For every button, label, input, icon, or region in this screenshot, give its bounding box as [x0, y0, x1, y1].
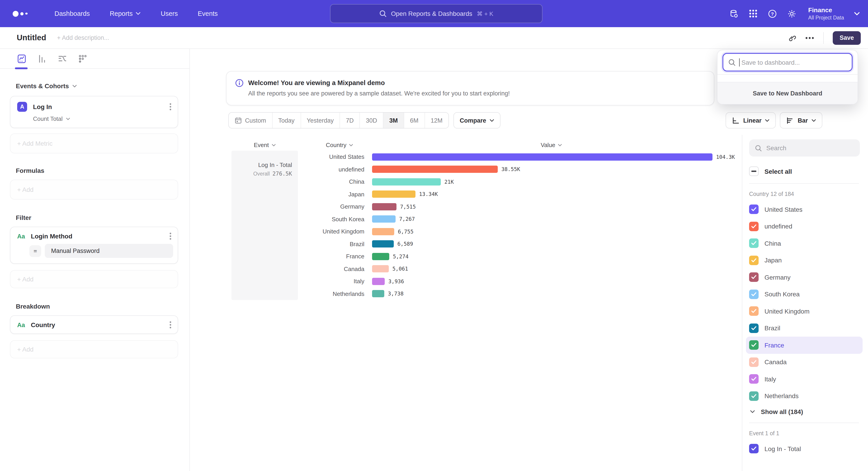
nav-item-reports[interactable]: Reports: [110, 10, 141, 17]
tab-funnels-icon[interactable]: [37, 54, 47, 64]
country-checkbox[interactable]: [749, 357, 758, 367]
range-3m[interactable]: 3M: [383, 113, 404, 128]
bar[interactable]: [372, 278, 385, 285]
apps-grid-icon[interactable]: [748, 9, 757, 18]
country-checkbox[interactable]: [749, 324, 758, 333]
country-checkbox[interactable]: [749, 205, 758, 214]
range-30d[interactable]: 30D: [360, 113, 383, 128]
country-checkbox[interactable]: [749, 222, 758, 231]
select-all-row[interactable]: Select all: [749, 167, 868, 176]
country-row-france[interactable]: France: [746, 336, 863, 354]
country-checkbox[interactable]: [749, 306, 758, 316]
country-row-germany[interactable]: Germany: [746, 269, 863, 286]
bar-category-label: France: [298, 253, 364, 260]
copy-link-icon[interactable]: [788, 34, 796, 42]
scale-selector[interactable]: Linear: [725, 112, 776, 128]
bar[interactable]: [372, 166, 498, 173]
country-row-undefined[interactable]: undefined: [746, 218, 863, 235]
settings-gear-icon[interactable]: [787, 9, 796, 18]
tab-flows-icon[interactable]: [57, 54, 67, 64]
report-title[interactable]: Untitled: [17, 33, 46, 42]
add-metric-button[interactable]: + Add Metric: [10, 134, 178, 153]
add-breakdown-button[interactable]: + Add: [10, 340, 178, 358]
data-management-icon[interactable]: [729, 9, 739, 18]
help-icon[interactable]: ?: [767, 9, 777, 18]
event-series-checkbox[interactable]: [749, 444, 758, 453]
save-to-new-dashboard-button[interactable]: Save to New Dashboard: [717, 82, 858, 104]
add-description[interactable]: + Add description...: [57, 34, 109, 41]
country-row-canada[interactable]: Canada: [746, 354, 863, 371]
series-search[interactable]: [749, 139, 860, 156]
bar[interactable]: [372, 228, 394, 235]
range-12m[interactable]: 12M: [424, 113, 448, 128]
country-row-south-korea[interactable]: South Korea: [746, 286, 863, 303]
column-header-event[interactable]: Event: [231, 142, 298, 148]
event-series-row[interactable]: Log In - Total: [746, 440, 863, 457]
bar[interactable]: [372, 265, 389, 273]
country-checkbox[interactable]: [749, 239, 758, 248]
select-all-checkbox[interactable]: [749, 167, 758, 176]
country-checkbox[interactable]: [749, 341, 758, 350]
project-selector[interactable]: Finance All Project Data: [808, 6, 844, 21]
country-row-italy[interactable]: Italy: [746, 371, 863, 387]
filter-value[interactable]: Manual Password: [45, 244, 173, 258]
bar[interactable]: [372, 153, 712, 160]
series-search-input[interactable]: [766, 144, 848, 152]
filter-card[interactable]: Aa Login Method = Manual Password: [10, 227, 178, 264]
country-checkbox[interactable]: [749, 374, 758, 384]
bar[interactable]: [372, 240, 394, 248]
show-all-button[interactable]: Show all (184): [750, 408, 868, 415]
country-row-united-states[interactable]: United States: [746, 201, 863, 218]
nav-item-users[interactable]: Users: [161, 10, 178, 17]
range-custom[interactable]: Custom: [229, 113, 272, 128]
metric-card[interactable]: A Log In Count Total: [10, 96, 178, 128]
bar-category-label: Japan: [298, 191, 364, 198]
bar[interactable]: [372, 178, 441, 185]
bar[interactable]: [372, 215, 396, 223]
bar[interactable]: [372, 290, 384, 297]
tab-retention-icon[interactable]: [78, 54, 88, 64]
save-button[interactable]: Save: [833, 31, 861, 45]
range-7d[interactable]: 7D: [340, 113, 360, 128]
mixpanel-logo[interactable]: [13, 11, 27, 17]
more-options-icon[interactable]: [805, 36, 814, 39]
country-row-united-kingdom[interactable]: United Kingdom: [746, 303, 863, 320]
range-yesterday[interactable]: Yesterday: [301, 113, 340, 128]
column-header-country[interactable]: Country: [306, 142, 373, 148]
add-filter-button[interactable]: + Add: [10, 270, 178, 288]
global-search[interactable]: Open Reports & Dashboards ⌘ + K: [330, 4, 542, 23]
country-checkbox[interactable]: [749, 290, 758, 299]
country-row-japan[interactable]: Japan: [746, 252, 863, 269]
nav-item-events[interactable]: Events: [198, 10, 218, 17]
nav-item-dashboards[interactable]: Dashboards: [55, 10, 90, 17]
range-6m[interactable]: 6M: [404, 113, 425, 128]
country-checkbox[interactable]: [749, 273, 758, 282]
compare-button[interactable]: Compare: [454, 112, 501, 128]
metric-aggregation[interactable]: Count Total: [33, 115, 178, 122]
country-checkbox[interactable]: [749, 391, 758, 401]
banner-title: Welcome! You are viewing a Mixpanel demo: [248, 79, 385, 86]
events-cohorts-header[interactable]: Events & Cohorts: [16, 82, 178, 90]
search-icon: [755, 145, 762, 151]
project-chevron-down-icon[interactable]: [854, 11, 860, 16]
range-today[interactable]: Today: [272, 113, 301, 128]
tab-insights-icon[interactable]: [17, 54, 27, 64]
country-row-brazil[interactable]: Brazil: [746, 320, 863, 336]
chart-type-selector[interactable]: Bar: [780, 112, 822, 128]
country-row-china[interactable]: China: [746, 235, 863, 252]
breakdown-kebab-icon[interactable]: [169, 321, 171, 328]
bar-rows: United States104.3Kundefined38.55KChina2…: [298, 151, 735, 300]
metric-kebab-icon[interactable]: [169, 103, 171, 110]
bar[interactable]: [372, 203, 397, 210]
bar[interactable]: [372, 191, 415, 198]
bar[interactable]: [372, 253, 389, 260]
save-dashboard-search[interactable]: [722, 53, 852, 71]
country-row-netherlands[interactable]: Netherlands: [746, 387, 863, 405]
column-header-value[interactable]: Value: [541, 142, 562, 148]
breakdown-card[interactable]: Aa Country: [10, 315, 178, 334]
filter-kebab-icon[interactable]: [169, 233, 171, 240]
add-formula-button[interactable]: + Add: [10, 180, 178, 200]
filter-operator[interactable]: =: [29, 245, 41, 257]
country-checkbox[interactable]: [749, 256, 758, 265]
save-dashboard-input[interactable]: [741, 59, 845, 66]
